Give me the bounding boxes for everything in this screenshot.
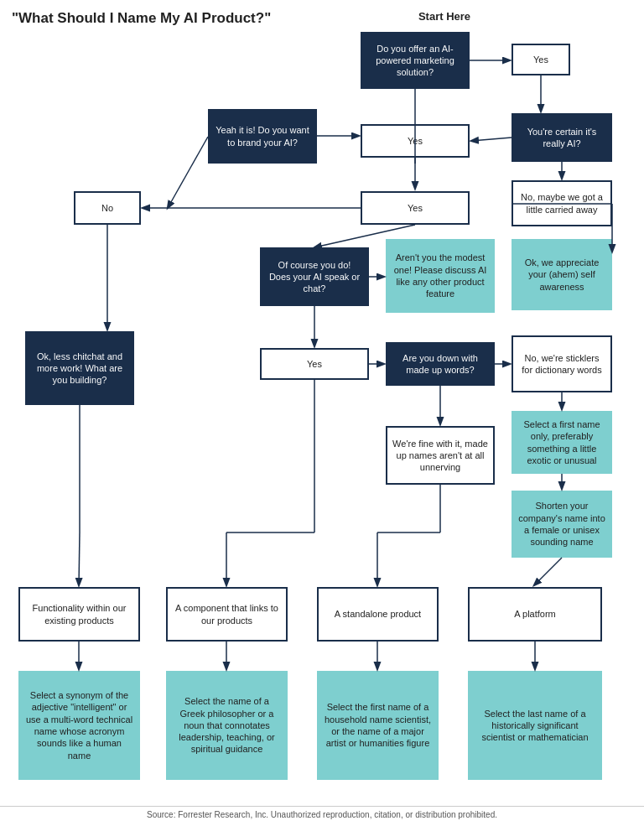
box-yes4: Yes [260,348,369,380]
box-appreciate: Ok, we appreciate your (ahem) self aware… [512,239,612,310]
box-platform: A platform [468,587,602,642]
box-select-last: Select the last name of a historically s… [468,671,602,780]
box-really-ai: You're certain it's really AI? [512,113,612,162]
page: "What Should I Name My AI Product?" Star… [0,0,644,826]
box-arent-modest: Aren't you the modest one! Please discus… [386,239,495,313]
footer: Source: Forrester Research, Inc. Unautho… [0,806,644,819]
svg-line-8 [168,137,208,208]
box-select-first-name: Select the first name of a household nam… [317,671,439,780]
start-label: Start Here [411,10,478,23]
box-select-greek: Select the name of a Greek philosopher o… [166,671,288,780]
box-yes3: Yes [361,191,470,225]
box-select-synonym: Select a synonym of the adjective "intel… [18,671,140,780]
box-no-carried: No, maybe we got a little carried away [512,180,612,226]
box-no1: No [74,191,141,225]
box-ok-less: Ok, less chitchat and more work! What ar… [25,331,134,405]
box-q1: Do you offer an AI-powered marketing sol… [361,32,470,89]
box-no-sticklers: No, we're sticklers for dictionary words [512,335,612,392]
box-yes1: Yes [512,44,570,75]
box-yes2: Yes [361,124,470,158]
box-standalone: A standalone product [317,587,439,642]
page-title: "What Should I Name My AI Product?" [12,10,271,27]
box-brand-ai: Yeah it is! Do you want to brand your AI… [208,109,317,164]
svg-line-25 [79,532,80,585]
box-func-existing: Functionality within our existing produc… [18,587,140,642]
box-component: A component that links to our products [166,587,288,642]
svg-line-20 [534,558,562,585]
box-fine-made-up: We're fine with it, made up names aren't… [386,426,495,485]
box-of-course: Of course you do! Does your AI speak or … [260,247,369,306]
svg-line-2 [471,138,512,141]
box-select-first: Select a first name only, preferably som… [512,411,612,474]
box-made-up: Are you down with made up words? [386,342,495,386]
box-shorten: Shorten your company's name into a femal… [512,491,612,558]
